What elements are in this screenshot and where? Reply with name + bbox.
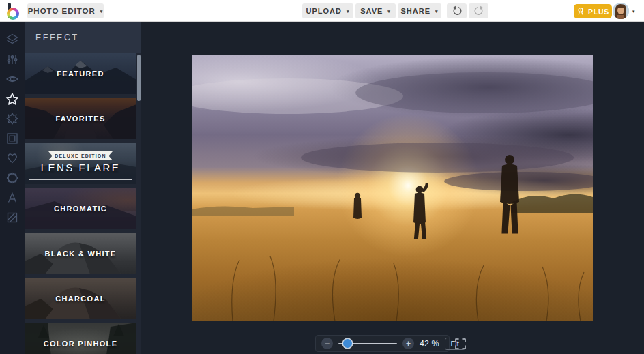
layers-tool-button[interactable] xyxy=(0,29,25,49)
redo-icon xyxy=(473,5,484,16)
graphics-tool-button[interactable] xyxy=(0,168,25,188)
eye-icon xyxy=(5,72,19,86)
save-label: SAVE xyxy=(360,7,383,15)
effect-category-favorites[interactable]: FAVORITES xyxy=(25,98,136,139)
photo-editor-menu-button[interactable]: PHOTO EDITOR ▾ xyxy=(27,3,104,18)
photo-editor-app: PHOTO EDITOR ▾ UPLOAD ▾ SAVE ▾ SHARE ▾ xyxy=(0,0,644,354)
photo-editor-menu-label: PHOTO EDITOR xyxy=(28,7,96,15)
texture-icon xyxy=(5,211,19,224)
heart-icon xyxy=(5,151,19,165)
effect-category-list: FEATURED FAVORITES DELUXE EDITION LENS xyxy=(25,53,141,354)
plus-label: PLUS xyxy=(588,8,609,16)
effect-category-charcoal[interactable]: CHARCOAL xyxy=(25,278,136,319)
effect-category-featured[interactable]: FEATURED xyxy=(25,53,136,94)
fullscreen-icon xyxy=(454,338,467,350)
effect-category-label: FAVORITES xyxy=(25,98,136,139)
editor-canvas: − + 42 % Fit xyxy=(141,22,644,354)
effect-category-label: COLOR PINHOLE xyxy=(25,323,136,354)
undo-button[interactable] xyxy=(447,3,467,18)
touchup-tool-button[interactable] xyxy=(0,69,25,89)
zoom-in-button[interactable]: + xyxy=(402,338,414,349)
panel-scrollbar[interactable] xyxy=(137,55,141,101)
befunky-logo-icon[interactable] xyxy=(6,2,23,20)
chevron-down-icon: ▾ xyxy=(100,9,104,14)
save-button[interactable]: SAVE ▾ xyxy=(355,3,396,18)
share-label: SHARE xyxy=(400,7,430,15)
zoom-slider-knob[interactable] xyxy=(343,339,352,348)
zoom-toolbar: − + 42 % Fit xyxy=(315,335,450,352)
effect-category-black-white[interactable]: BLACK & WHITE xyxy=(25,233,136,274)
chevron-down-icon: ▾ xyxy=(435,9,439,14)
photo-image[interactable] xyxy=(192,55,593,321)
effect-category-label: FEATURED xyxy=(25,53,136,94)
effect-category-lens-flare[interactable]: DELUXE EDITION LENS FLARE xyxy=(25,143,136,184)
fullscreen-button[interactable] xyxy=(453,336,468,351)
tools-rail xyxy=(0,22,25,354)
overlays-tool-button[interactable] xyxy=(0,148,25,168)
deluxe-edition-ribbon: DELUXE EDITION xyxy=(48,151,113,160)
effects-panel: EFFECT FEATURED FAVORITES xyxy=(25,22,141,354)
upload-button[interactable]: UPLOAD ▾ xyxy=(302,3,353,18)
topbar: PHOTO EDITOR ▾ UPLOAD ▾ SAVE ▾ SHARE ▾ xyxy=(0,0,644,22)
burst-icon xyxy=(5,112,19,126)
panel-title: EFFECT xyxy=(25,22,141,53)
textures-tool-button[interactable] xyxy=(0,207,25,227)
effect-category-chromatic[interactable]: CHROMATIC xyxy=(25,188,136,229)
artsy-tool-button[interactable] xyxy=(0,108,25,128)
upload-label: UPLOAD xyxy=(306,7,342,15)
effect-category-label: CHROMATIC xyxy=(25,188,136,229)
layers-icon xyxy=(5,33,19,46)
undo-icon xyxy=(452,5,463,16)
adjustments-tool-button[interactable] xyxy=(0,49,25,69)
text-icon xyxy=(5,191,19,205)
zoom-percentage: 42 % xyxy=(420,339,439,349)
effect-category-label: BLACK & WHITE xyxy=(25,233,136,274)
effect-category-label: LENS FLARE xyxy=(25,162,136,173)
medal-icon xyxy=(576,7,585,16)
chevron-down-icon: ▾ xyxy=(347,9,350,14)
user-avatar[interactable] xyxy=(613,3,629,19)
zoom-out-button[interactable]: − xyxy=(321,338,333,349)
frame-icon xyxy=(5,132,19,145)
share-button[interactable]: SHARE ▾ xyxy=(398,3,441,18)
seal-badge-icon xyxy=(5,171,19,185)
sliders-icon xyxy=(5,53,19,66)
photo-detail-overlay xyxy=(192,55,593,321)
text-tool-button[interactable] xyxy=(0,188,25,207)
effect-category-color-pinhole[interactable]: COLOR PINHOLE xyxy=(25,323,136,354)
effects-star-icon xyxy=(5,92,19,106)
redo-button[interactable] xyxy=(469,3,488,18)
chevron-down-icon: ▾ xyxy=(387,9,391,14)
account-chevron-down-icon[interactable]: ▾ xyxy=(632,9,635,14)
frames-tool-button[interactable] xyxy=(0,128,25,148)
effect-category-label: CHARCOAL xyxy=(25,278,136,319)
avatar-image xyxy=(613,3,629,19)
plus-upgrade-button[interactable]: PLUS xyxy=(574,4,612,18)
effects-tool-button[interactable] xyxy=(0,89,25,108)
zoom-slider[interactable] xyxy=(338,339,397,348)
